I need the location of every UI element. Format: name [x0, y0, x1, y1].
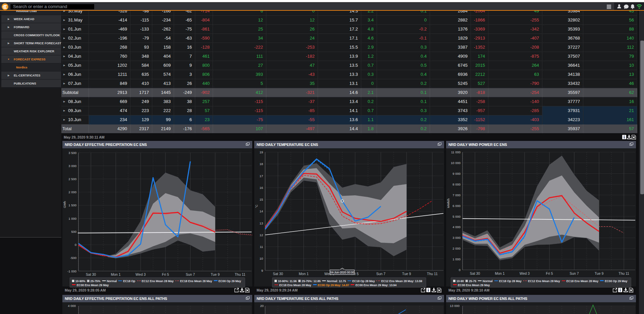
svg-text:Mon 1: Mon 1: [299, 272, 309, 276]
svg-text:0: 0: [459, 268, 461, 272]
svg-text:15: 15: [260, 198, 263, 201]
svg-text:3 000: 3 000: [68, 164, 76, 168]
svg-text:Thu 11: Thu 11: [427, 272, 438, 276]
svg-text:04-Jun-2020 00:00: 04-Jun-2020 00:00: [330, 271, 354, 274]
svg-text:-1 000: -1 000: [67, 269, 76, 273]
svg-text:Tue 9: Tue 9: [211, 272, 220, 276]
svg-text:11 000: 11 000: [451, 150, 461, 154]
svg-text:13 000: 13 000: [450, 304, 460, 308]
svg-text:Mon 1: Mon 1: [495, 271, 504, 275]
svg-text:20: 20: [260, 304, 264, 308]
svg-text:Sun 7: Sun 7: [186, 272, 195, 276]
svg-text:Sat 30: Sat 30: [470, 271, 480, 275]
svg-text:2 000: 2 000: [452, 247, 461, 250]
svg-text:4 000: 4 000: [452, 225, 461, 229]
svg-text:500: 500: [71, 230, 76, 233]
svg-text:2 000: 2 000: [68, 190, 76, 194]
svg-text:Tue 9: Tue 9: [402, 272, 411, 276]
svg-text:8 000: 8 000: [452, 182, 461, 186]
svg-text:Sun 7: Sun 7: [376, 272, 386, 276]
svg-text:Sat 30: Sat 30: [273, 272, 283, 276]
svg-text:-500: -500: [70, 256, 76, 260]
svg-text:Sun 7: Sun 7: [570, 271, 579, 275]
svg-text:1 000: 1 000: [68, 217, 76, 220]
svg-text:1 000: 1 000: [452, 257, 461, 261]
svg-text:17: 17: [260, 174, 263, 178]
svg-text:Thu 11: Thu 11: [619, 271, 629, 275]
svg-text:5 000: 5 000: [452, 215, 461, 218]
svg-text:Sat 30: Sat 30: [86, 272, 96, 276]
svg-text:Fri 5: Fri 5: [546, 271, 553, 275]
svg-text:3 500: 3 500: [68, 151, 76, 155]
svg-text:12: 12: [260, 233, 263, 237]
svg-text:Wed 3: Wed 3: [520, 271, 530, 275]
svg-text:Wed 3: Wed 3: [136, 272, 146, 276]
svg-text:10 000: 10 000: [451, 161, 461, 165]
svg-text:18: 18: [260, 162, 263, 166]
svg-text:Mon 1: Mon 1: [111, 272, 121, 276]
svg-text:3 000: 3 000: [452, 236, 461, 240]
svg-text:10: 10: [260, 257, 263, 260]
svg-text:19: 19: [260, 150, 263, 154]
svg-text:13: 13: [260, 221, 263, 225]
svg-text:2 500: 2 500: [68, 177, 76, 181]
svg-text:0: 0: [75, 243, 76, 247]
svg-text:11: 11: [260, 245, 263, 249]
svg-text:14: 14: [260, 209, 263, 213]
svg-text:6 000: 6 000: [452, 204, 461, 208]
svg-text:7 000: 7 000: [452, 193, 461, 197]
svg-text:9: 9: [261, 269, 263, 272]
svg-text:9 000: 9 000: [452, 172, 461, 175]
svg-text:16: 16: [260, 186, 263, 190]
svg-text:Fri 5: Fri 5: [162, 272, 169, 276]
svg-text:1 500: 1 500: [68, 203, 76, 207]
svg-text:Tue 9: Tue 9: [595, 271, 604, 275]
svg-text:Thu 11: Thu 11: [235, 272, 246, 276]
svg-text:4 000: 4 000: [68, 304, 76, 308]
